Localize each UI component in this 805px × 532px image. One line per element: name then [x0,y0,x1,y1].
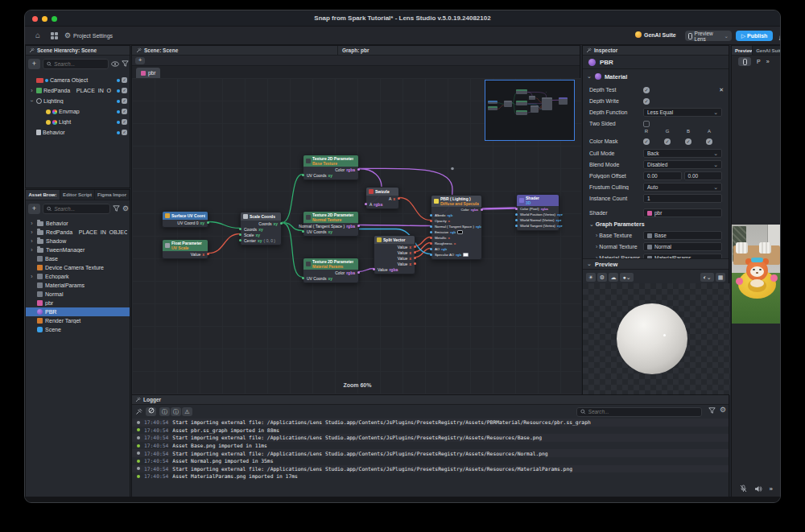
preview-settings-gear-icon[interactable]: ⚙ [597,273,607,282]
node-output-port[interactable]: Valuex [374,255,415,261]
project-settings-gear-icon[interactable]: ⚙ [64,31,71,40]
node-output-port[interactable]: Colorrgba [303,167,358,172]
expand-arrow-icon[interactable]: › [29,247,35,253]
pause-label[interactable]: P [757,59,761,64]
graph-node-texture-2d-base[interactable]: Texture 2D ParameterBase TextureColorrgb… [303,155,359,180]
node-input-port[interactable]: UV Coordsxy [303,275,358,281]
node-output-port[interactable]: Valuex [374,261,415,266]
node-output-port[interactable]: Valuex [374,250,415,255]
enabled-checkbox[interactable]: ✓ [122,109,127,114]
add-object-button[interactable]: + [28,59,40,69]
node-output-port[interactable]: Coordsxy [241,221,281,226]
node-output-port[interactable]: Valuex [163,251,208,257]
node-input-port[interactable]: Albedorgb [431,212,481,218]
asset-item-redpanda-place-in-objec-[interactable]: ›RedPanda__PLACE_IN_OBJEC... [26,228,130,237]
warning-filter-button[interactable]: ⚠ [182,407,192,416]
genai-suite-button[interactable]: GenAI Suite [635,31,676,38]
node-input-port[interactable]: Color (Pixel)rgba [517,206,559,212]
asset-item-echopark[interactable]: ›Echopark [26,272,130,281]
shader-field[interactable]: pbr [643,208,722,217]
microphone-muted-icon[interactable] [740,485,747,493]
filter-funnel-icon[interactable] [113,205,120,212]
node-input-port[interactable]: World Tangent (Vertex)xyz [517,223,559,229]
expand-panel-icon[interactable]: » [770,485,773,493]
notifications-bell-icon[interactable] [778,31,781,45]
asset-item-tweenmanager[interactable]: ›TweenManager [26,245,130,254]
node-input-port[interactable]: Specular AOrgb [431,252,481,258]
node-input-port[interactable]: Metallicx [431,235,481,241]
logger-search[interactable] [576,407,702,417]
node-output-port[interactable]: Colorrgba [303,270,358,275]
graph-tab-pbr[interactable]: pbr [136,68,160,78]
expand-arrow-icon[interactable]: › [29,88,35,93]
hierarchy-item-envmap[interactable]: Envmap✓ [26,106,130,117]
asset-tab-asset-brow-[interactable]: Asset Brow: [26,190,60,200]
hierarchy-search[interactable] [43,59,109,69]
asset-tab-figma-impor[interactable]: Figma Impor [95,190,130,200]
color-mask-a-checkbox[interactable]: ✓ [706,138,712,145]
material-section-header[interactable]: ⌄ Material [583,70,729,83]
node-output-port[interactable]: Colorrgba [431,207,481,212]
hierarchy-search-input[interactable] [54,61,105,67]
expand-panel-icon[interactable]: » [766,59,770,64]
node-output-port[interactable]: UV Coord 0xy [163,220,208,225]
filter-funnel-icon[interactable] [708,407,716,414]
node-input-port[interactable]: Opacityx [431,218,481,224]
scene-panel-tab[interactable]: Scene: Scene [132,46,338,55]
normal-texture-field[interactable]: Normal [643,242,722,251]
graph-panel-tab[interactable]: Graph: pbr [338,46,580,55]
node-graph-canvas[interactable]: Surface UV CoordUV Coord 0xyScale Coords… [132,78,581,394]
asset-item-render-target[interactable]: Render Target [26,316,130,325]
polygon-offset-field-2[interactable]: 0.00 [684,171,723,180]
graph-node-float-parameter[interactable]: Float ParameterUV ScaleValuex [162,239,208,259]
asset-item-shadow[interactable]: ›Shadow [26,237,130,245]
visibility-eye-icon[interactable] [111,61,119,67]
expand-arrow-icon[interactable]: › [29,98,35,104]
node-input-port[interactable]: Centerxy( 0, 0 ) [241,237,281,243]
info-filter-button[interactable]: ⓘ [159,407,170,416]
graph-node-pbr-lighting[interactable]: PBR ( Lighting )Diffuse and SpecularColo… [431,195,482,260]
debug-filter-button[interactable]: ⓘ [171,407,181,416]
enabled-checkbox[interactable]: ✓ [122,88,127,93]
node-input-port[interactable]: Valuergba [374,266,415,272]
graph-node-texture-2d-material[interactable]: Texture 2D ParameterMaterial ParamsColor… [303,258,359,283]
graph-node-surface-uv-coord[interactable]: Surface UV CoordUV Coord 0xy [162,211,208,228]
add-asset-button[interactable]: + [28,204,40,214]
graph-node-swizzle[interactable]: SwizzleAxArgba [365,187,399,209]
asset-item-normal[interactable]: Normal [26,290,130,299]
graph-node-split-vector[interactable]: Split VectorValuexValuexValuexValuexValu… [374,235,415,274]
node-input-port[interactable]: Scalexy [241,232,281,237]
node-output-port[interactable]: Valuex [374,244,415,250]
expand-arrow-icon[interactable]: › [596,233,597,238]
graph-parameters-header[interactable]: ⌄ Graph Parameters [583,219,729,229]
node-output-port[interactable]: Ax [366,196,398,201]
pin-log-icon[interactable] [135,408,142,415]
depth-function-select[interactable]: Less Equal⌄ [643,108,722,117]
render-mode-select[interactable]: ◐⌄ [700,273,714,282]
enabled-checkbox[interactable]: ✓ [122,130,127,135]
graph-node-texture-2d-normal[interactable]: Texture 2D ParameterNormal TextureNormal… [303,211,359,237]
remove-material-button[interactable]: ✕ [719,87,724,93]
preview-shape-select[interactable]: ●⌄ [620,273,634,282]
asset-item-behavior[interactable]: ›Behavior [26,219,130,228]
enabled-checkbox[interactable]: ✓ [122,98,127,104]
hierarchy-item-behavior[interactable]: Behavior✓ [26,127,130,138]
logger-search-input[interactable] [588,409,698,414]
project-settings-label[interactable]: Project Settings [73,33,113,39]
preview-lens-dropdown[interactable]: Preview Lens ⌄ [685,31,732,41]
color-swatch[interactable] [457,230,463,234]
asset-item-pbr[interactable]: PBR [26,307,130,316]
asset-settings-gear-icon[interactable]: ⚙ [122,204,129,212]
material-preview-canvas[interactable] [583,283,730,395]
graph-node-scale-coords[interactable]: Scale CoordsCoordsxyCoordsxyScalexyCente… [240,212,282,245]
blend-mode-select[interactable]: Disabled⌄ [643,160,722,169]
logger-settings-gear-icon[interactable]: ⚙ [720,406,726,414]
two-sided-checkbox[interactable] [643,121,650,127]
hierarchy-item-lighting[interactable]: ›Lighting✓ [26,96,130,106]
node-input-port[interactable]: AOrgb [431,246,481,252]
hierarchy-item-light[interactable]: Light✓ [26,117,130,127]
cull-mode-select[interactable]: Back⌄ [643,149,722,158]
cloud-icon[interactable]: ☁ [609,273,618,282]
enabled-checkbox[interactable]: ✓ [122,119,127,125]
expand-arrow-icon[interactable]: › [29,238,35,244]
